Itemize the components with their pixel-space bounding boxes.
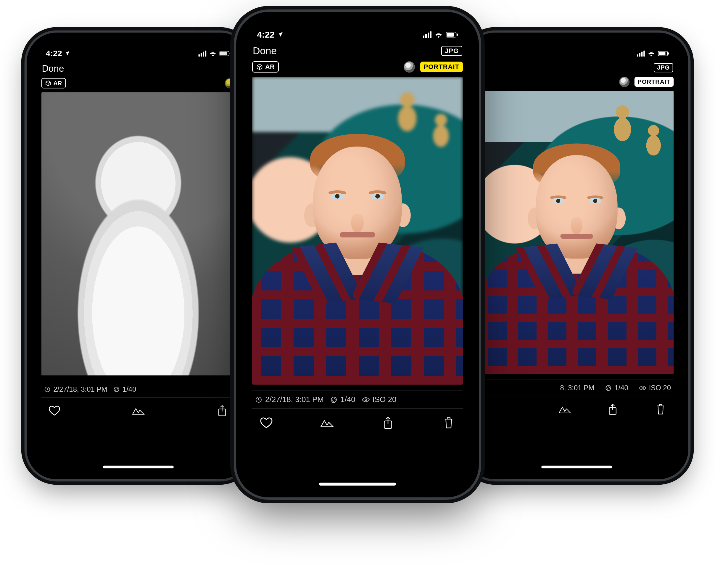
battery-icon xyxy=(219,51,231,56)
favorite-button[interactable] xyxy=(258,417,275,429)
svg-point-17 xyxy=(365,399,367,401)
svg-rect-7 xyxy=(659,52,666,55)
nav-bar: JPG xyxy=(472,62,681,76)
aperture-icon xyxy=(113,386,120,393)
wifi-icon xyxy=(434,31,443,38)
svg-point-10 xyxy=(642,387,644,389)
photo-subject xyxy=(267,126,448,384)
notch xyxy=(528,33,626,48)
done-button[interactable]: Done xyxy=(253,45,277,57)
share-button[interactable] xyxy=(605,403,620,415)
edit-button[interactable] xyxy=(557,404,573,415)
photo-subject xyxy=(493,136,660,374)
notch xyxy=(304,12,411,29)
meta-date: 8, 3:01 PM xyxy=(560,384,594,392)
portrait-toggle-button[interactable]: PORTRAIT xyxy=(634,77,674,87)
photo-preview[interactable] xyxy=(480,91,674,374)
screen: JPG PORTRAIT xyxy=(472,40,681,472)
edit-button[interactable] xyxy=(319,417,335,429)
home-indicator[interactable] xyxy=(319,483,396,486)
notch xyxy=(89,33,187,48)
meta-shutter: 1/40 xyxy=(614,384,628,392)
svg-rect-2 xyxy=(230,52,231,55)
meta-date: 2/27/18, 3:01 PM xyxy=(53,385,107,394)
meta-shutter: 1/40 xyxy=(340,395,355,404)
wifi-icon xyxy=(209,50,217,57)
svg-rect-14 xyxy=(457,34,458,36)
meta-iso: ISO 20 xyxy=(373,395,396,404)
photo-preview[interactable] xyxy=(41,92,235,375)
phone-depth: 4:22 Done xyxy=(27,33,250,479)
portrait-toggle-button[interactable]: PORTRAIT xyxy=(420,62,463,72)
phone-portrait-off: JPG PORTRAIT xyxy=(465,33,688,479)
home-indicator[interactable] xyxy=(541,466,612,468)
location-arrow-icon xyxy=(277,29,283,40)
screen: 4:22 Done JPG xyxy=(244,20,471,490)
ar-button[interactable]: AR xyxy=(252,61,279,72)
tools-row: PORTRAIT xyxy=(472,76,681,91)
home-indicator[interactable] xyxy=(103,466,174,468)
cell-signal-icon xyxy=(637,50,645,57)
delete-button[interactable] xyxy=(653,403,668,415)
photo-preview[interactable] xyxy=(252,77,463,384)
depth-toggle-button[interactable] xyxy=(619,77,629,87)
wifi-icon xyxy=(648,50,655,57)
depth-toggle-button[interactable] xyxy=(225,78,235,88)
nav-bar: Done xyxy=(34,62,243,77)
location-arrow-icon xyxy=(64,49,70,58)
meta-date: 2/27/18, 3:01 PM xyxy=(265,395,324,404)
meta-shutter: 1/40 xyxy=(123,385,136,394)
svg-rect-13 xyxy=(447,33,454,37)
delete-button[interactable] xyxy=(440,416,457,429)
phone-portrait-on: 4:22 Done JPG xyxy=(236,12,479,498)
depth-toggle-button[interactable] xyxy=(404,61,415,72)
bottom-toolbar xyxy=(472,396,681,418)
format-badge[interactable]: JPG xyxy=(654,63,673,72)
ar-label: AR xyxy=(265,63,275,71)
format-badge[interactable]: JPG xyxy=(441,46,462,56)
tools-row: AR PORTRAIT xyxy=(244,60,471,77)
share-button[interactable] xyxy=(380,416,396,429)
aperture-icon xyxy=(330,396,338,403)
metadata-row: 2/27/18, 3:01 PM 1/40 xyxy=(41,381,235,398)
cube-icon xyxy=(45,80,51,86)
status-time: 4:22 xyxy=(46,49,62,58)
clock-icon xyxy=(255,396,262,403)
bottom-toolbar xyxy=(34,398,243,420)
battery-icon xyxy=(658,51,669,56)
clock-icon xyxy=(44,386,50,393)
metadata-row: 2/27/18, 3:01 PM 1/40 ISO 20 xyxy=(252,391,463,408)
eye-icon xyxy=(362,397,370,403)
svg-rect-8 xyxy=(668,52,669,55)
nav-bar: Done JPG xyxy=(244,43,471,60)
aperture-icon xyxy=(605,384,612,391)
cube-icon xyxy=(256,64,263,70)
bottom-toolbar xyxy=(244,408,471,432)
tools-row: AR xyxy=(34,77,243,92)
done-button[interactable]: Done xyxy=(42,63,64,74)
eye-icon xyxy=(639,385,646,391)
metadata-row: 8, 3:01 PM 1/40 ISO 20 xyxy=(480,380,674,396)
edit-button[interactable] xyxy=(131,405,146,416)
ar-label: AR xyxy=(53,80,62,87)
share-button[interactable] xyxy=(215,405,230,417)
svg-rect-1 xyxy=(220,52,227,55)
battery-icon xyxy=(446,32,458,38)
meta-iso: ISO 20 xyxy=(649,384,671,392)
cell-signal-icon xyxy=(423,31,432,38)
status-time: 4:22 xyxy=(257,29,275,40)
cell-signal-icon xyxy=(199,50,207,57)
ar-button[interactable]: AR xyxy=(41,78,66,88)
screen: 4:22 Done xyxy=(34,40,243,472)
favorite-button[interactable] xyxy=(47,405,62,416)
